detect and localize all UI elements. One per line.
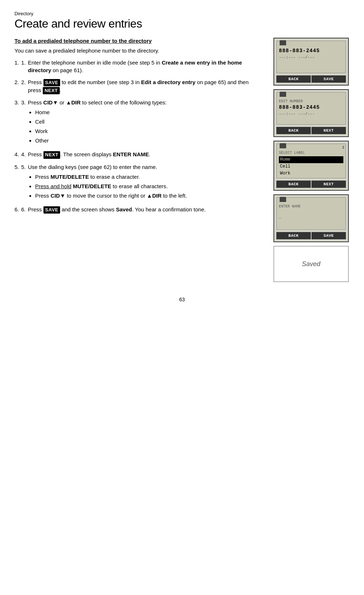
screen-1-back-btn[interactable]: BACK <box>276 75 311 83</box>
saved-confirmation-text: Saved <box>302 260 320 268</box>
step-1: 1. Enter the telephone number in idle mo… <box>14 59 263 74</box>
type-work: Work <box>35 127 263 135</box>
screen-4-back-btn[interactable]: BACK <box>276 232 311 239</box>
save-key-1: SAVE <box>43 79 60 86</box>
screen-2-label: EDIT NUMBER <box>279 99 343 104</box>
step-4-content: Press NEXT. The screen displays ENTER NA… <box>28 150 263 158</box>
screen-3-buttons: BACK NEXT <box>276 181 346 188</box>
step-2: 2. Press SAVE to edit the number (see st… <box>14 78 263 94</box>
type-other: Other <box>35 137 263 144</box>
screen-1-sub: ---:--- ---/--- <box>279 55 343 60</box>
next-key-2: NEXT <box>43 151 60 158</box>
step-5-number: 5. <box>21 163 26 201</box>
page-number: 63 <box>14 297 350 302</box>
screenshots-column: 888-883-2445 ---:--- ---/--- BACK SAVE E… <box>273 38 350 282</box>
screen-4-inner: ENTER NAME _ <box>276 197 346 230</box>
step-5-sub-2: Press and hold MUTE/DELETE to erase all … <box>35 182 263 190</box>
mute-delete-key-1: MUTE/DELETE <box>51 174 89 180</box>
select-item-cell[interactable]: Cell <box>279 163 343 170</box>
screen-4-label: ENTER NAME <box>279 204 343 209</box>
step-5-sublist: Press MUTE/DELETE to erase a character. … <box>28 173 263 199</box>
screen-3: ⇕ SELECT LABEL Home Cell Work BACK NEXT <box>273 141 349 191</box>
intro-paragraph: You can save a predialed telephone numbe… <box>14 47 263 54</box>
mute-delete-key-2: MUTE/DELETE <box>73 183 111 189</box>
screen-3-list: Home Cell Work <box>279 156 343 177</box>
type-cell: Cell <box>35 118 263 125</box>
section-label: Directory <box>14 11 350 16</box>
screen-1-inner: 888-883-2445 ---:--- ---/--- <box>276 41 346 73</box>
screen-3-back-btn[interactable]: BACK <box>276 181 311 188</box>
screen-1-buttons: BACK SAVE <box>276 75 346 83</box>
step-2-content: Press SAVE to edit the number (see step … <box>28 78 263 94</box>
press-hold-text: Press and hold <box>35 183 71 189</box>
screen-1-save-btn[interactable]: SAVE <box>311 75 346 83</box>
step-3-number: 3. <box>21 99 26 146</box>
screen-3-text: SELECT LABEL Home Cell Work <box>279 150 343 177</box>
cid-key-2: CID▼ <box>51 193 66 199</box>
step-4: 4. Press NEXT. The screen displays ENTER… <box>14 150 263 158</box>
screen-4: ENTER NAME _ BACK SAVE <box>273 194 349 242</box>
step-5: 5. Use the dialing keys (see page 62) to… <box>14 163 263 201</box>
dir-key-2: ▲DIR <box>147 193 162 199</box>
step-6-content: Press SAVE and the screen shows Saved. Y… <box>28 206 263 214</box>
step-2-bold: Edit a directory entry <box>141 79 195 85</box>
screen-2-number: 888-883-2445 <box>279 104 343 111</box>
step-6-number: 6. <box>21 206 26 214</box>
screen-1-number: 888-883-2445 <box>279 47 343 55</box>
screen-1-antenna <box>280 40 286 45</box>
step-3-content: Press CID▼ or ▲DIR to select one of the … <box>28 99 263 146</box>
steps-list: 1. Enter the telephone number in idle mo… <box>14 59 263 214</box>
screen-1-text: 888-883-2445 ---:--- ---/--- <box>279 47 343 60</box>
step-5-sub-3: Press CID▼ to move the cursor to the rig… <box>35 192 263 199</box>
cid-key: CID▼ <box>43 99 58 106</box>
save-key-2: SAVE <box>43 206 60 214</box>
scroll-arrows-icon: ⇕ <box>342 145 345 150</box>
screen-2: EDIT NUMBER 888-883-2445 ---:--- ---/---… <box>273 89 349 137</box>
screen-4-text: ENTER NAME _ <box>279 204 343 220</box>
page-title: Create and review entries <box>14 17 350 30</box>
screen-4-antenna <box>280 197 286 202</box>
step-6: 6. Press SAVE and the screen shows Saved… <box>14 206 263 214</box>
screen-3-title: SELECT LABEL <box>279 150 343 156</box>
step-1-bold: Create a new entry in the home directory <box>28 59 242 73</box>
step-5-content: Use the dialing keys (see page 62) to en… <box>28 163 263 201</box>
select-item-home[interactable]: Home <box>279 156 343 163</box>
screen-4-save-btn[interactable]: SAVE <box>311 232 346 239</box>
type-home: Home <box>35 108 263 116</box>
screen-2-inner: EDIT NUMBER 888-883-2445 ---:--- ---/--- <box>276 92 346 125</box>
step-5-sub-1: Press MUTE/DELETE to erase a character. <box>35 173 263 181</box>
screen-2-back-btn[interactable]: BACK <box>276 127 311 134</box>
enter-name-label: ENTER NAME <box>113 151 149 157</box>
saved-text-ref: Saved <box>116 206 132 212</box>
step-3: 3. Press CID▼ or ▲DIR to select one of t… <box>14 99 263 146</box>
text-column: To add a predialed telephone number to t… <box>14 38 263 282</box>
screen-4-spacer <box>279 209 343 215</box>
screen-2-sub: ---:--- ---/--- <box>279 111 343 117</box>
screen-3-inner: ⇕ SELECT LABEL Home Cell Work <box>276 144 346 178</box>
screen-2-next-btn[interactable]: NEXT <box>311 127 346 134</box>
screen-2-buttons: BACK NEXT <box>276 127 346 134</box>
step-2-number: 2. <box>21 78 26 94</box>
step-1-content: Enter the telephone number in idle mode … <box>28 59 263 74</box>
step-4-number: 4. <box>21 150 26 158</box>
screen-2-text: EDIT NUMBER 888-883-2445 ---:--- ---/--- <box>279 99 343 117</box>
dir-key: ▲DIR <box>66 99 81 106</box>
screen-4-cursor: _ <box>279 215 343 220</box>
section-heading: To add a predialed telephone number to t… <box>14 38 263 44</box>
content-area: To add a predialed telephone number to t… <box>14 38 350 282</box>
screen-3-next-btn[interactable]: NEXT <box>311 181 346 188</box>
next-key-1: NEXT <box>43 87 60 94</box>
screen-3-antenna <box>280 143 286 148</box>
screen-1: 888-883-2445 ---:--- ---/--- BACK SAVE <box>273 38 349 86</box>
screen-4-buttons: BACK SAVE <box>276 232 346 239</box>
screen-5: Saved <box>273 246 349 282</box>
select-item-work[interactable]: Work <box>279 170 343 177</box>
screen-2-antenna <box>280 92 286 97</box>
step-1-number: 1. <box>21 59 26 74</box>
type-list: Home Cell Work Other <box>28 108 263 144</box>
